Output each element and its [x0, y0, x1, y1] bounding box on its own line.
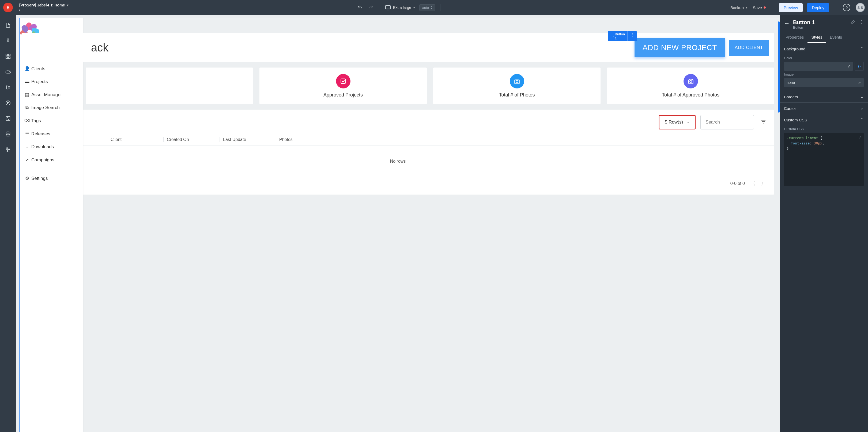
tab-properties[interactable]: Properties — [782, 32, 807, 43]
nav-label: Releases — [31, 131, 50, 137]
stat-total-photos[interactable]: Total # of Photos — [433, 67, 600, 104]
nav-campaigns[interactable]: ↗Campaigns — [20, 153, 83, 166]
bg-color-input[interactable]: ⤢ — [784, 62, 853, 71]
rows-per-page-select[interactable]: 5 Row(s) ▼ — [659, 115, 695, 129]
tab-events[interactable]: Events — [826, 32, 846, 43]
bg-color-label: Color — [784, 56, 864, 60]
add-new-project-button[interactable]: ADD NEW PROJECT — [634, 38, 725, 57]
settings-icon: ⚙ — [25, 176, 29, 181]
nav-image-search[interactable]: ⧉Image Search — [20, 101, 83, 114]
css-val: 30px — [814, 141, 822, 145]
th-client[interactable]: Client — [107, 137, 163, 142]
user-avatar[interactable]: S S — [856, 3, 865, 12]
nav-label: Tags — [31, 118, 41, 123]
bg-image-label: Image — [784, 73, 864, 76]
canvas-area: ⌂Home 👤Clients ▬Projects ▤Asset Manager … — [16, 15, 780, 432]
rail-theme-icon[interactable] — [4, 99, 12, 107]
logo-text: 8 — [6, 5, 9, 11]
selection-chip[interactable]: ▭ Button 1 — [608, 31, 627, 41]
expand-icon[interactable]: ⤢ — [859, 135, 862, 140]
filter-button[interactable] — [759, 119, 768, 126]
nav-tags[interactable]: ⌫Tags — [20, 114, 83, 127]
rail-components-icon[interactable] — [4, 53, 12, 60]
svg-rect-3 — [6, 57, 7, 58]
help-button[interactable]: ? — [843, 4, 850, 11]
svg-point-10 — [6, 132, 10, 134]
section-custom-css-header[interactable]: Custom CSS ⌃ — [780, 114, 868, 125]
nav-label: Asset Manager — [31, 92, 62, 97]
deploy-button[interactable]: Deploy — [807, 3, 829, 12]
svg-point-12 — [8, 149, 10, 150]
nav-downloads[interactable]: ↓Downloads — [20, 140, 83, 153]
nav-clients[interactable]: 👤Clients — [20, 62, 83, 75]
svg-rect-0 — [385, 6, 390, 9]
nav-settings[interactable]: ⚙Settings — [20, 172, 83, 185]
camera-plus-icon — [684, 74, 698, 88]
rail-page-icon[interactable] — [4, 22, 12, 29]
edit-name-button[interactable] — [851, 19, 856, 25]
rail-data-icon[interactable] — [4, 130, 12, 138]
expand-icon[interactable]: ⤢ — [858, 81, 861, 85]
redo-button[interactable] — [367, 3, 375, 12]
nav-projects[interactable]: ▬Projects — [20, 75, 83, 88]
page-header-card: ack ▭ Button 1 ⋮ ADD NEW PROJECT ADD CLI… — [22, 33, 774, 62]
tab-styles[interactable]: Styles — [807, 32, 826, 43]
th-photos[interactable]: Photos — [276, 137, 300, 142]
prev-page-button[interactable]: 〈 — [750, 180, 755, 187]
fx-button[interactable]: ƒx — [855, 62, 864, 71]
table-range: 0-0 of 0 — [731, 181, 745, 186]
more-options-button[interactable]: ⋮ — [860, 19, 864, 25]
stats-row: Approved Projects Total # of Photos Tota… — [22, 67, 774, 104]
rail-state-icon[interactable] — [4, 37, 12, 45]
th-created[interactable]: Created On — [163, 137, 220, 142]
selection-more-button[interactable]: ⋮ — [628, 31, 637, 41]
table-card: 5 Row(s) ▼ Client Created On Last Update — [22, 110, 774, 195]
downloads-icon: ↓ — [25, 144, 29, 149]
autosize-input[interactable]: auto ▲▼ — [419, 4, 435, 11]
backup-dropdown[interactable]: Backup ▾ — [731, 5, 747, 10]
back-button[interactable]: ← — [784, 19, 790, 27]
nav-releases[interactable]: ☰Releases — [20, 127, 83, 140]
stat-card-hidden — [86, 67, 253, 104]
viewport-selector[interactable]: Extra large ▾ — [385, 5, 415, 10]
preview-button[interactable]: Preview — [779, 3, 803, 12]
rail-assets-icon[interactable] — [4, 115, 12, 122]
custom-css-editor[interactable]: ⤢ .currentElement { font-size: 30px; } — [784, 133, 864, 186]
search-input[interactable] — [701, 115, 754, 129]
rail-cloud-icon[interactable] — [4, 68, 12, 76]
scrollbar-indicator[interactable] — [778, 22, 780, 113]
stat-approved-photos[interactable]: Total # of Approved Photos — [607, 67, 774, 104]
selection-tag: ▭ Button 1 ⋮ — [608, 31, 637, 41]
rows-label: 5 Row(s) — [665, 119, 683, 125]
unsaved-dot-icon — [764, 6, 766, 8]
rail-fx-icon[interactable] — [4, 84, 12, 91]
nav-label: Image Search — [31, 105, 60, 110]
th-end — [300, 137, 307, 142]
clients-icon: 👤 — [25, 66, 29, 71]
th-updated[interactable]: Last Update — [220, 137, 276, 142]
next-page-button[interactable]: 〉 — [761, 180, 766, 187]
svg-point-13 — [7, 151, 8, 152]
section-cursor: Cursor ⌄ — [780, 103, 868, 114]
svg-rect-9 — [6, 117, 10, 121]
stat-approved-projects[interactable]: Approved Projects — [259, 67, 427, 104]
nav-label: Campaigns — [31, 157, 54, 163]
rail-settings-icon[interactable] — [4, 146, 12, 153]
nav-asset-manager[interactable]: ▤Asset Manager — [20, 88, 83, 101]
tags-icon: ⌫ — [25, 118, 29, 123]
chevron-up-icon: ⌃ — [860, 46, 864, 51]
camera-icon — [510, 74, 524, 88]
section-borders-header[interactable]: Borders ⌄ — [780, 91, 868, 103]
nav-label: Clients — [31, 66, 45, 71]
viewport-label: Extra large — [393, 5, 411, 10]
app-logo-8[interactable]: 8 — [3, 3, 13, 12]
add-client-button[interactable]: ADD CLIENT — [729, 40, 769, 56]
section-background-header[interactable]: Background ⌃ — [780, 43, 868, 54]
button-badge-icon: ▭ — [611, 34, 614, 38]
section-cursor-header[interactable]: Cursor ⌄ — [780, 103, 868, 114]
save-button[interactable]: Save — [753, 5, 766, 10]
project-title-block[interactable]: [ProServ] Jebel-FT: Home ▾ / — [19, 3, 68, 12]
bg-image-input[interactable]: none ⤢ — [784, 78, 864, 87]
expand-icon[interactable]: ⤢ — [847, 64, 850, 68]
undo-button[interactable] — [356, 3, 364, 12]
